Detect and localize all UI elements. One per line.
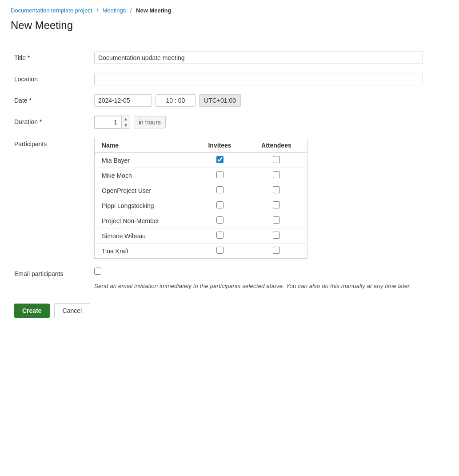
invitee-cell [194, 213, 245, 228]
duration-row: Duration * ▲ ▼ in hours [14, 116, 448, 129]
date-label: Date * [14, 94, 94, 104]
invitee-checkbox[interactable] [216, 171, 224, 178]
attendee-checkbox[interactable] [273, 171, 280, 178]
duration-up-button[interactable]: ▲ [122, 116, 130, 122]
invitee-checkbox[interactable] [216, 216, 224, 224]
attendee-cell [246, 183, 307, 198]
table-row: Mike Moch [95, 168, 307, 183]
breadcrumb-project-link[interactable]: Documentation template project [11, 7, 92, 14]
invitee-checkbox[interactable] [216, 156, 224, 163]
invitee-checkbox[interactable] [216, 232, 224, 239]
attendee-checkbox[interactable] [273, 216, 280, 224]
attendee-checkbox[interactable] [273, 156, 280, 163]
breadcrumb-separator-1: / [96, 7, 98, 14]
timezone-button[interactable]: UTC+01:00 [199, 94, 241, 107]
duration-input-wrap: ▲ ▼ [94, 116, 130, 129]
breadcrumb-separator-2: / [130, 7, 132, 14]
attendee-cell [246, 228, 307, 244]
page-title: New Meeting [11, 19, 448, 32]
email-control-wrap [94, 268, 448, 276]
invitee-cell [194, 183, 245, 198]
breadcrumb-meetings-link[interactable]: Meetings [102, 7, 126, 14]
participant-name: Pippi Longstocking [95, 198, 194, 213]
date-input[interactable] [94, 94, 152, 107]
col-header-name: Name [95, 138, 194, 153]
email-label: Email participants [14, 268, 94, 277]
invitee-checkbox[interactable] [216, 247, 224, 254]
duration-control-wrap: ▲ ▼ in hours [94, 116, 448, 129]
duration-label: Duration * [14, 116, 94, 125]
table-row: Simone Wibeau [95, 228, 307, 244]
location-row: Location [14, 73, 448, 85]
attendee-checkbox[interactable] [273, 201, 280, 208]
col-header-invitees: Invitees [194, 138, 245, 153]
date-control-wrap: UTC+01:00 [94, 94, 448, 107]
title-label: Title * [14, 52, 94, 61]
breadcrumb-current: New Meeting [136, 7, 171, 14]
participant-name: OpenProject User [95, 183, 194, 198]
participant-name: Simone Wibeau [95, 228, 194, 244]
email-row: Email participants [14, 268, 448, 277]
invitee-cell [194, 168, 245, 183]
duration-unit-label: in hours [134, 116, 166, 128]
invitee-cell [194, 153, 245, 168]
email-description: Send an email invitation immediately to … [94, 282, 423, 291]
attendee-cell [246, 213, 307, 228]
location-input[interactable] [94, 73, 423, 85]
table-row: Project Non-Member [95, 213, 307, 228]
invitee-cell [194, 244, 245, 259]
form: Title * Location Date * UTC+01:00 Durati… [11, 52, 448, 318]
time-input[interactable] [156, 94, 196, 107]
participants-table: Name Invitees Attendees Mia BayerMike Mo… [94, 138, 307, 259]
attendee-checkbox[interactable] [273, 186, 280, 193]
actions-row: Create Cancel [14, 303, 448, 318]
attendee-cell [246, 153, 307, 168]
attendee-checkbox[interactable] [273, 232, 280, 239]
participants-control-wrap: Name Invitees Attendees Mia BayerMike Mo… [94, 138, 448, 259]
breadcrumb: Documentation template project / Meeting… [11, 7, 448, 14]
duration-spinners: ▲ ▼ [121, 116, 130, 128]
attendee-cell [246, 244, 307, 259]
invitee-cell [194, 198, 245, 213]
col-header-attendees: Attendees [246, 138, 307, 153]
duration-down-button[interactable]: ▼ [122, 122, 130, 128]
attendee-cell [246, 168, 307, 183]
location-label: Location [14, 73, 94, 83]
email-participants-checkbox[interactable] [94, 268, 101, 275]
participant-name: Mia Bayer [95, 153, 194, 168]
participants-row: Participants Name Invitees Attendees Mia… [14, 138, 448, 259]
participant-name: Tina Kraft [95, 244, 194, 259]
date-row: Date * UTC+01:00 [14, 94, 448, 107]
invitee-checkbox[interactable] [216, 186, 224, 193]
location-control-wrap [94, 73, 448, 85]
table-row: Pippi Longstocking [95, 198, 307, 213]
table-row: Mia Bayer [95, 153, 307, 168]
attendee-checkbox[interactable] [273, 247, 280, 254]
table-row: Tina Kraft [95, 244, 307, 259]
table-row: OpenProject User [95, 183, 307, 198]
cancel-button[interactable]: Cancel [54, 303, 91, 318]
create-button[interactable]: Create [14, 304, 50, 318]
attendee-cell [246, 198, 307, 213]
title-divider [11, 39, 448, 39]
participant-name: Mike Moch [95, 168, 194, 183]
title-row: Title * [14, 52, 448, 64]
title-input[interactable] [94, 52, 423, 64]
participant-name: Project Non-Member [95, 213, 194, 228]
participants-table-header: Name Invitees Attendees [95, 138, 307, 153]
participants-label: Participants [14, 138, 94, 148]
invitee-checkbox[interactable] [216, 201, 224, 208]
title-control-wrap [94, 52, 448, 64]
invitee-cell [194, 228, 245, 244]
duration-input[interactable] [95, 116, 121, 128]
